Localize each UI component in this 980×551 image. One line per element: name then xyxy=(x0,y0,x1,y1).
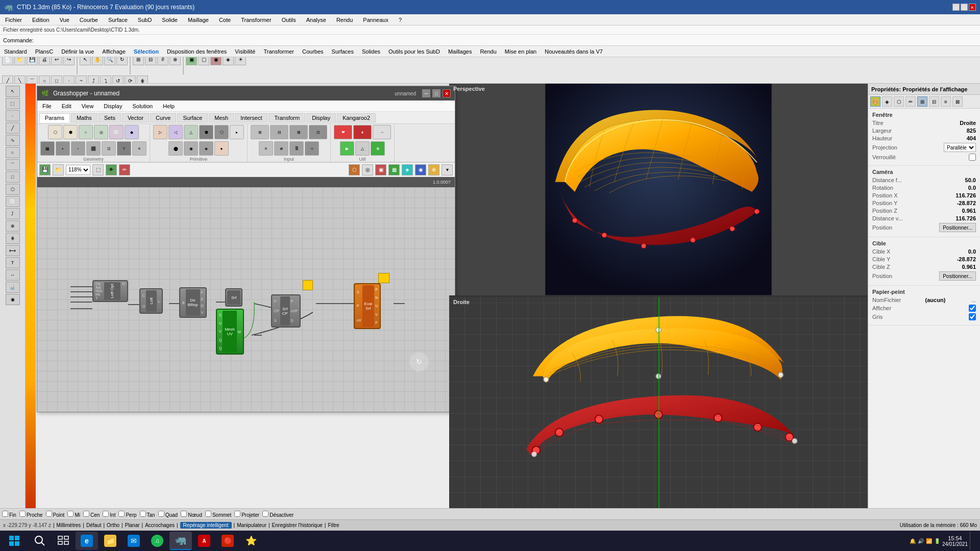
gh-geo-13[interactable]: ≡ xyxy=(132,141,146,156)
rp-verrouille-checkbox[interactable] xyxy=(969,154,976,161)
command-input[interactable] xyxy=(34,37,977,43)
gh-geo-2[interactable]: ⬢ xyxy=(63,125,78,139)
ls-select-window[interactable]: ⬚ xyxy=(6,98,20,109)
gh-geo-1[interactable]: ⬡ xyxy=(48,125,62,139)
tb-material[interactable]: ◈ xyxy=(223,57,234,65)
snap-noeud[interactable]: Nœud xyxy=(181,511,202,518)
tb-tab-visibilite[interactable]: Visibilité xyxy=(231,47,259,56)
gh-maximize[interactable]: □ xyxy=(432,89,440,97)
snap-int[interactable]: Int xyxy=(103,511,115,518)
show-desktop-button[interactable] xyxy=(970,532,974,550)
node-meshuv[interactable]: SUVQQ MeshUV M xyxy=(216,309,244,355)
gh-view-select6[interactable]: ◉ xyxy=(415,164,426,176)
ls-render[interactable]: ◉ xyxy=(6,294,20,305)
node-srf[interactable]: Srf xyxy=(225,288,242,307)
menu-fichier[interactable]: Fichier xyxy=(0,16,27,24)
tb-tab-subd[interactable]: Outils pour les SubD xyxy=(384,47,444,56)
taskbar-system-icon2[interactable]: 🔊 xyxy=(918,538,924,544)
tb-polyline[interactable]: ╲ xyxy=(14,76,26,84)
ls-curve[interactable]: ∿ xyxy=(6,135,20,146)
tb-tab-surfaces[interactable]: Surfaces xyxy=(328,47,358,56)
tb-zoom[interactable]: 🔍 xyxy=(104,57,115,65)
gh-tab-curve[interactable]: Curve xyxy=(150,113,176,122)
viewport-droite[interactable]: Droite xyxy=(449,295,868,509)
tb-tab-rendu[interactable]: Rendu xyxy=(476,47,500,56)
menu-transformer[interactable]: Transformer xyxy=(236,16,277,24)
tb-layer[interactable]: ⊞ xyxy=(133,57,144,65)
tb-print[interactable]: 🖨 xyxy=(39,57,50,65)
gh-tab-maths[interactable]: Maths xyxy=(71,113,97,122)
taskbar-search[interactable] xyxy=(29,532,51,550)
status-filtre[interactable]: Filtre xyxy=(328,522,339,528)
tb-line[interactable]: ╱ xyxy=(2,76,13,84)
gh-view-select5[interactable]: ◈ xyxy=(402,164,413,176)
gh-menu-help[interactable]: Help xyxy=(158,102,180,110)
menu-analyse[interactable]: Analyse xyxy=(301,16,331,24)
tb-tab-mep[interactable]: Mise en plan xyxy=(501,47,541,56)
menu-courbe[interactable]: Courbe xyxy=(75,16,103,24)
tb-rotate[interactable]: ↻ xyxy=(116,57,128,65)
gh-geo-9[interactable]: ▫ xyxy=(71,141,85,156)
menu-solide[interactable]: Solide xyxy=(157,16,183,24)
gh-geo-8[interactable]: ▪ xyxy=(56,141,70,156)
tb-rect[interactable]: □ xyxy=(51,76,62,84)
rp-nomfichier-more[interactable]: ... xyxy=(972,297,976,303)
ls-rect[interactable]: □ xyxy=(6,171,20,183)
menu-subd[interactable]: SubD xyxy=(133,16,157,24)
snap-fin[interactable]: Fin xyxy=(2,511,16,518)
rp-afficher-checkbox[interactable] xyxy=(969,305,976,312)
snap-tan[interactable]: Tan xyxy=(140,511,155,518)
gh-canvas[interactable]: ClsAdjRbdRftT Loft Opt O xyxy=(37,177,455,412)
gh-tab-kangaroo[interactable]: Kangaroo2 xyxy=(337,113,376,122)
gh-geo-12[interactable]: 7 xyxy=(117,141,131,156)
gh-menu-file[interactable]: File xyxy=(37,102,57,110)
ls-poly[interactable]: ⬡ xyxy=(6,184,20,195)
tb-loft[interactable]: ⤵ xyxy=(100,76,111,84)
gh-input-6[interactable]: ≢ xyxy=(274,141,288,156)
node-debrep[interactable]: B De BRep FEDV xyxy=(179,287,207,318)
tb-nurbs[interactable]: ~ xyxy=(76,76,87,84)
snap-cen[interactable]: Cen xyxy=(83,511,100,518)
tb-light[interactable]: ☀ xyxy=(235,57,246,65)
snap-perp[interactable]: Perp xyxy=(118,511,136,518)
snap-desactiver[interactable]: Désactiver xyxy=(262,511,293,518)
menu-rendu[interactable]: Rendu xyxy=(331,16,358,24)
gh-prim-10[interactable]: ● xyxy=(214,141,229,156)
gh-menu-edit[interactable]: Edit xyxy=(57,102,77,110)
tb-pan[interactable]: ✋ xyxy=(92,57,103,65)
gh-prim-7[interactable]: ⬤ xyxy=(168,141,183,156)
gh-view-select3[interactable]: ▣ xyxy=(375,164,386,176)
gh-input-3[interactable]: ⊠ xyxy=(289,125,308,139)
status-default[interactable]: Défaut xyxy=(86,522,101,528)
tb-render[interactable]: ◉ xyxy=(210,57,222,65)
ls-analyze[interactable]: 🔬 xyxy=(6,282,20,293)
tb-tab-disposition[interactable]: Disposition des fenêtres xyxy=(163,47,231,56)
menu-cote[interactable]: Cote xyxy=(214,16,236,24)
node-loft[interactable]: CO Loft L xyxy=(139,288,163,314)
viewport-perspective[interactable]: Perspective xyxy=(449,84,868,295)
tb-circle[interactable]: ○ xyxy=(39,76,50,84)
gh-util-2[interactable]: ♦ xyxy=(353,125,372,139)
gh-menu-display[interactable]: Display xyxy=(99,102,127,110)
taskbar-system-icon4[interactable]: 🔋 xyxy=(934,538,940,544)
gh-menu-view[interactable]: View xyxy=(77,102,99,110)
node-yellow-input[interactable] xyxy=(303,280,313,290)
gh-input-7[interactable]: ≣ xyxy=(289,141,304,156)
ls-circle[interactable]: ○ xyxy=(6,147,20,158)
tb-tab-courbes[interactable]: Courbes xyxy=(298,47,328,56)
status-accrochage[interactable]: Accrochages xyxy=(145,522,175,528)
node-srfcp[interactable]: PCPS SrfCP PuVPD xyxy=(271,294,301,328)
tb-tab-definir[interactable]: Définir la vue xyxy=(57,47,98,56)
gh-prim-6[interactable]: ▸ xyxy=(230,125,244,139)
tb-select[interactable]: ↖ xyxy=(80,57,91,65)
ls-surface[interactable]: ⬜ xyxy=(6,196,20,207)
tb-undo[interactable]: ↩ xyxy=(51,57,62,65)
tb-new[interactable]: 📄 xyxy=(2,57,13,65)
menu-vue[interactable]: Vue xyxy=(55,16,75,24)
snap-mi[interactable]: Mi xyxy=(67,511,80,518)
gh-geo-7[interactable]: ▩ xyxy=(40,141,55,156)
close-button[interactable]: ✕ xyxy=(969,4,976,11)
taskbar-app-autocad[interactable]: A xyxy=(193,532,215,550)
ls-line[interactable]: ╱ xyxy=(6,122,20,134)
snap-point[interactable]: Point xyxy=(46,511,65,518)
